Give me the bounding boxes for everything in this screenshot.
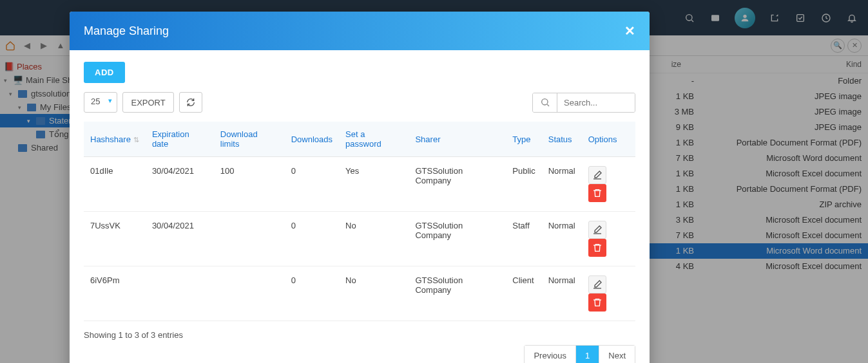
svg-point-6 xyxy=(541,99,547,105)
trash-icon xyxy=(592,297,603,308)
cell-downloads: 0 xyxy=(285,266,339,321)
edit-icon xyxy=(592,170,603,180)
prev-button[interactable]: Previous xyxy=(525,346,576,363)
add-button[interactable]: ADD xyxy=(84,62,125,83)
cell-type: Staff xyxy=(506,212,541,266)
edit-icon xyxy=(592,225,603,235)
pagination: Previous 1 Next xyxy=(524,345,635,363)
edit-button[interactable] xyxy=(588,221,606,239)
col-options[interactable]: Options xyxy=(582,122,635,157)
cell-options xyxy=(582,212,635,266)
table-info: Showing 1 to 3 of 3 entries xyxy=(84,330,635,340)
edit-button[interactable] xyxy=(588,275,606,293)
trash-icon xyxy=(592,188,603,198)
manage-sharing-modal: Manage Sharing ✕ ADD 25 EXPORT H xyxy=(70,12,650,363)
delete-button[interactable] xyxy=(588,293,606,312)
page-1-button[interactable]: 1 xyxy=(576,346,599,363)
col-downloads[interactable]: Downloads xyxy=(285,122,339,157)
table-row: 7UssVK30/04/20210NoGTSSolution CompanySt… xyxy=(84,212,635,266)
export-button[interactable]: EXPORT xyxy=(122,92,173,113)
cell-password: No xyxy=(339,266,409,321)
cell-limits: 100 xyxy=(214,157,285,212)
refresh-button[interactable] xyxy=(179,92,202,113)
page-size-select[interactable]: 25 xyxy=(84,92,117,113)
cell-password: Yes xyxy=(339,157,409,212)
table-row: 01dIle30/04/20211000YesGTSSolution Compa… xyxy=(84,157,635,212)
modal-body: ADD 25 EXPORT Hashshare⇅ Expiration xyxy=(70,50,650,363)
search-icon xyxy=(540,97,550,107)
cell-downloads: 0 xyxy=(285,212,339,266)
delete-button[interactable] xyxy=(588,239,606,257)
cell-exp: 30/04/2021 xyxy=(146,212,214,266)
cell-exp: 30/04/2021 xyxy=(146,157,214,212)
col-password[interactable]: Set a password xyxy=(339,122,409,157)
search-input[interactable] xyxy=(557,93,635,112)
cell-status: Normal xyxy=(542,212,582,266)
search-button[interactable] xyxy=(533,93,557,112)
controls-row: 25 EXPORT xyxy=(84,92,635,113)
col-hashshare[interactable]: Hashshare⇅ xyxy=(84,122,146,157)
col-download-limits[interactable]: Download limits xyxy=(214,122,285,157)
cell-limits xyxy=(214,212,285,266)
cell-status: Normal xyxy=(542,266,582,321)
modal-title: Manage Sharing xyxy=(84,24,169,38)
sharing-table: Hashshare⇅ Expiration date Download limi… xyxy=(84,122,635,321)
svg-line-7 xyxy=(547,104,549,106)
cell-limits xyxy=(214,266,285,321)
search-box xyxy=(532,93,635,113)
cell-options xyxy=(582,266,635,321)
cell-sharer: GTSSolution Company xyxy=(409,266,506,321)
col-type[interactable]: Type xyxy=(506,122,541,157)
cell-status: Normal xyxy=(542,157,582,212)
cell-exp xyxy=(146,266,214,321)
col-status[interactable]: Status xyxy=(542,122,582,157)
cell-hash: 7UssVK xyxy=(84,212,146,266)
delete-button[interactable] xyxy=(588,184,606,202)
refresh-icon xyxy=(186,97,196,107)
col-sharer[interactable]: Sharer xyxy=(409,122,506,157)
next-button[interactable]: Next xyxy=(599,346,635,363)
cell-sharer: GTSSolution Company xyxy=(409,212,506,266)
controls-left: 25 EXPORT xyxy=(84,92,202,113)
col-expiration[interactable]: Expiration date xyxy=(146,122,214,157)
cell-hash: 6iV6Pm xyxy=(84,266,146,321)
cell-downloads: 0 xyxy=(285,157,339,212)
modal-header: Manage Sharing ✕ xyxy=(70,12,650,50)
close-icon[interactable]: ✕ xyxy=(624,23,635,39)
table-row: 6iV6Pm0NoGTSSolution CompanyClientNormal xyxy=(84,266,635,321)
edit-button[interactable] xyxy=(588,166,606,184)
edit-icon xyxy=(592,279,603,290)
cell-hash: 01dIle xyxy=(84,157,146,212)
trash-icon xyxy=(592,243,603,253)
cell-password: No xyxy=(339,212,409,266)
cell-options xyxy=(582,157,635,212)
cell-type: Client xyxy=(506,266,541,321)
cell-sharer: GTSSolution Company xyxy=(409,157,506,212)
cell-type: Public xyxy=(506,157,541,212)
